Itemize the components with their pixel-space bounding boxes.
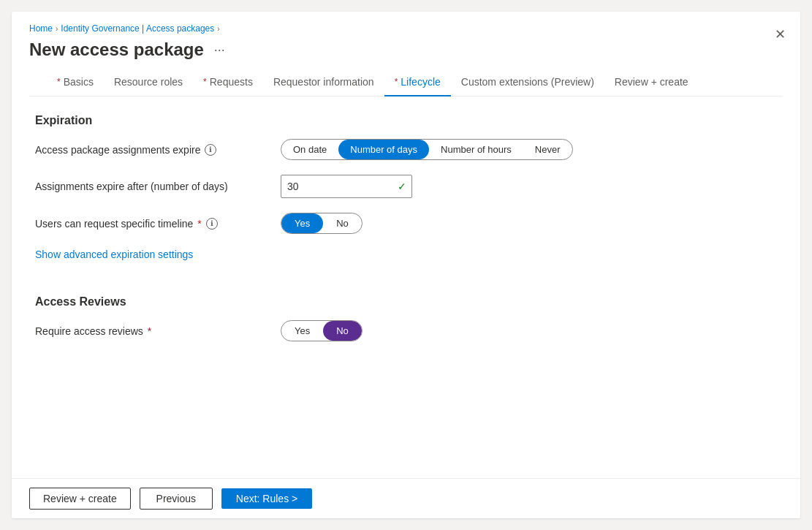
expire-on-date-btn[interactable]: On date	[281, 140, 338, 159]
main-card: Home › Identity Governance | Access pack…	[12, 12, 800, 518]
tab-basics-star: *	[57, 77, 61, 87]
breadcrumb-sep1: ›	[56, 25, 58, 33]
tab-review-create-label: Review + create	[615, 76, 688, 88]
expire-days-row: Assignments expire after (number of days…	[35, 175, 777, 198]
card-header: Home › Identity Governance | Access pack…	[12, 12, 800, 96]
tab-requests-star: *	[203, 77, 207, 87]
review-create-button[interactable]: Review + create	[29, 488, 131, 510]
tab-resource-roles-label: Resource roles	[114, 76, 183, 88]
timeline-no-btn[interactable]: No	[323, 213, 362, 233]
tab-resource-roles[interactable]: Resource roles	[104, 69, 193, 96]
previous-button[interactable]: Previous	[140, 488, 213, 510]
advanced-expiration-link[interactable]: Show advanced expiration settings	[35, 249, 193, 260]
expiration-section: Expiration Access package assignments ex…	[35, 114, 777, 281]
expire-never-btn[interactable]: Never	[523, 140, 572, 159]
timeline-yes-btn[interactable]: Yes	[281, 213, 323, 233]
require-reviews-no-btn[interactable]: No	[323, 321, 362, 341]
assignments-expire-label: Access package assignments expire ℹ	[35, 144, 269, 156]
require-reviews-label: Require access reviews *	[35, 325, 269, 337]
tab-basics-label: Basics	[64, 76, 94, 88]
tab-requests[interactable]: * Requests	[193, 69, 263, 96]
access-reviews-title: Access Reviews	[35, 295, 777, 308]
expire-number-of-hours-btn[interactable]: Number of hours	[429, 140, 523, 159]
expire-segment-control: On date Number of days Number of hours N…	[281, 139, 573, 160]
tab-review-create[interactable]: Review + create	[604, 69, 699, 96]
timeline-segment-control: Yes No	[281, 213, 363, 234]
tab-basics[interactable]: * Basics	[47, 69, 104, 96]
page-wrapper: Home › Identity Governance | Access pack…	[0, 0, 812, 530]
tab-requestor-info-label: Requestor information	[273, 76, 374, 88]
expire-days-label: Assignments expire after (number of days…	[35, 181, 269, 192]
require-reviews-row: Require access reviews * Yes No	[35, 320, 777, 341]
require-reviews-required-star: *	[148, 325, 151, 337]
breadcrumb: Home › Identity Governance | Access pack…	[29, 23, 783, 34]
tab-requestor-info[interactable]: Requestor information	[263, 69, 384, 96]
close-button[interactable]: ✕	[772, 23, 789, 45]
close-icon: ✕	[775, 27, 786, 42]
access-reviews-section: Access Reviews Require access reviews * …	[35, 295, 777, 341]
tabs-bar: * Basics Resource roles * Requests Reque…	[29, 69, 783, 96]
timeline-row: Users can request specific timeline * ℹ …	[35, 213, 777, 234]
breadcrumb-governance[interactable]: Identity Governance | Access packages	[61, 23, 214, 34]
tab-lifecycle-label: Lifecycle	[401, 76, 440, 88]
card-footer: Review + create Previous Next: Rules >	[12, 478, 800, 518]
expire-days-input-wrapper: ✓	[281, 175, 412, 198]
tab-lifecycle[interactable]: * Lifecycle	[384, 69, 451, 96]
timeline-info-icon[interactable]: ℹ	[206, 218, 218, 230]
timeline-required-star: *	[197, 218, 201, 230]
tab-custom-extensions-label: Custom extensions (Preview)	[461, 76, 594, 88]
next-rules-button[interactable]: Next: Rules >	[221, 488, 312, 509]
card-body: Expiration Access package assignments ex…	[12, 96, 800, 478]
require-reviews-yes-btn[interactable]: Yes	[281, 321, 323, 341]
expire-number-of-days-btn[interactable]: Number of days	[338, 140, 429, 159]
breadcrumb-sep2: ›	[217, 25, 219, 33]
tab-lifecycle-star: *	[395, 77, 398, 87]
expire-days-input[interactable]	[281, 175, 412, 198]
expiration-title: Expiration	[35, 114, 777, 127]
assignments-expire-row: Access package assignments expire ℹ On d…	[35, 139, 777, 160]
timeline-label: Users can request specific timeline * ℹ	[35, 218, 269, 230]
page-title-row: New access package ···	[29, 39, 783, 60]
breadcrumb-home[interactable]: Home	[29, 23, 53, 34]
assignments-expire-info-icon[interactable]: ℹ	[205, 144, 216, 156]
tab-requests-label: Requests	[210, 76, 253, 88]
ellipsis-button[interactable]: ···	[210, 41, 229, 59]
page-title: New access package	[29, 39, 204, 60]
tab-custom-extensions[interactable]: Custom extensions (Preview)	[451, 69, 604, 96]
require-reviews-segment-control: Yes No	[281, 320, 363, 341]
